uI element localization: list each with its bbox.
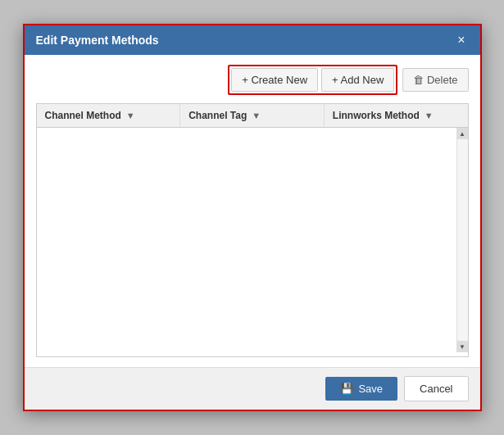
- add-new-button[interactable]: + Add New: [321, 68, 394, 92]
- save-label: Save: [358, 383, 383, 395]
- linnworks-method-filter-icon[interactable]: ▼: [425, 111, 434, 120]
- column-channel-method: Channel Method ▼: [37, 104, 181, 127]
- channel-method-filter-icon[interactable]: ▼: [126, 111, 135, 120]
- dialog-title: Edit Payment Methods: [36, 34, 159, 47]
- channel-tag-filter-icon[interactable]: ▼: [252, 111, 261, 120]
- column-channel-tag-label: Channel Tag: [188, 110, 247, 121]
- delete-button[interactable]: 🗑 Delete: [402, 68, 468, 92]
- column-linnworks-method-label: Linnworks Method: [333, 110, 420, 121]
- save-icon: 💾: [340, 383, 353, 395]
- save-button[interactable]: 💾 Save: [325, 377, 397, 401]
- scrollbar-up-button[interactable]: ▲: [457, 128, 468, 139]
- toolbar: + Create New + Add New 🗑 Delete: [36, 65, 469, 95]
- table-header: Channel Method ▼ Channel Tag ▼ Linnworks…: [37, 104, 468, 128]
- column-channel-method-label: Channel Method: [45, 110, 121, 121]
- table-body: ▲ ▼: [37, 128, 468, 352]
- dialog-body: + Create New + Add New 🗑 Delete Channel …: [25, 55, 480, 367]
- create-new-button[interactable]: + Create New: [231, 68, 318, 92]
- scrollbar-down-button[interactable]: ▼: [457, 341, 468, 352]
- edit-payment-methods-dialog: Edit Payment Methods × + Create New + Ad…: [23, 24, 482, 411]
- column-linnworks-method: Linnworks Method ▼: [325, 104, 468, 127]
- dialog-footer: 💾 Save Cancel: [25, 367, 480, 410]
- dialog-header: Edit Payment Methods ×: [25, 25, 480, 55]
- payment-methods-table: Channel Method ▼ Channel Tag ▼ Linnworks…: [36, 103, 469, 357]
- highlighted-button-group: + Create New + Add New: [228, 65, 397, 95]
- cancel-button[interactable]: Cancel: [404, 376, 468, 401]
- scrollbar-track: ▲ ▼: [456, 128, 468, 352]
- column-channel-tag: Channel Tag ▼: [180, 104, 325, 127]
- close-button[interactable]: ×: [454, 34, 468, 47]
